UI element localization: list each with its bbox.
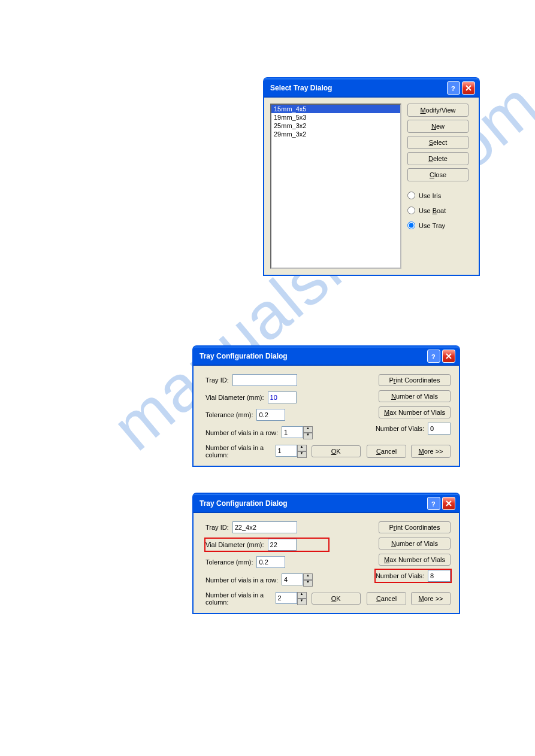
vials-row-input[interactable] [282, 426, 303, 438]
spin-up-icon[interactable]: ▲ [303, 573, 313, 580]
close-dialog-button[interactable]: Close [407, 168, 468, 181]
vials-row-label: Number of vials in a row: [205, 576, 278, 584]
vials-col-label: Number of vials in a column: [205, 591, 272, 606]
dialog-title: Tray Configuration Dialog [200, 499, 425, 508]
titlebar[interactable]: Tray Configuration Dialog ? [194, 347, 459, 366]
num-vials-label: Number of Vials: [376, 425, 424, 432]
close-button[interactable] [442, 497, 455, 510]
radio-label: Use Iris [419, 192, 441, 199]
more-button[interactable]: More >> [411, 445, 451, 458]
help-button[interactable]: ? [447, 81, 460, 95]
radio-label: Use Boat [419, 207, 446, 214]
svg-text:?: ? [451, 85, 455, 92]
radio-input[interactable] [407, 221, 415, 229]
vials-col-input[interactable] [276, 592, 297, 604]
num-vials-output [428, 423, 451, 435]
tray-id-label: Tray ID: [205, 524, 229, 531]
print-coordinates-button[interactable]: Print Coordinates [379, 374, 451, 386]
vials-row-input[interactable] [282, 573, 303, 585]
help-button[interactable]: ? [427, 497, 440, 510]
spin-down-icon[interactable]: ▼ [297, 599, 307, 605]
max-number-of-vials-button[interactable]: Max Number of Vials [379, 554, 451, 566]
vial-diameter-label: Vial Diameter (mm): [205, 394, 264, 401]
tray-id-field: Tray ID: [205, 374, 328, 386]
print-coordinates-button[interactable]: Print Coordinates [379, 521, 451, 533]
vials-col-field: Number of vials in a column: ▲ ▼ [205, 591, 307, 606]
tolerance-label: Tolerance (mm): [205, 411, 253, 418]
vial-diameter-input[interactable] [268, 539, 297, 551]
svg-text:?: ? [431, 353, 436, 360]
tray-id-input[interactable] [232, 374, 297, 386]
list-item[interactable]: 25mm_3x2 [271, 122, 400, 130]
close-button[interactable] [462, 81, 475, 95]
number-of-vials-readout: Number of Vials: [376, 570, 451, 582]
num-vials-output [428, 570, 451, 582]
tray-listbox[interactable]: 15mm_4x5 19mm_5x3 25mm_3x2 29mm_3x2 [270, 104, 401, 269]
tolerance-input[interactable] [256, 409, 285, 421]
tolerance-field: Tolerance (mm): [205, 556, 328, 568]
vials-row-field: Number of vials in a row: ▲ ▼ [205, 426, 328, 439]
ok-button[interactable]: OK [312, 445, 361, 457]
more-button[interactable]: More >> [411, 592, 451, 605]
new-button[interactable]: New [407, 120, 468, 133]
tray-id-input[interactable] [232, 521, 297, 533]
max-number-of-vials-button[interactable]: Max Number of Vials [379, 406, 451, 418]
spin-down-icon[interactable]: ▼ [303, 433, 313, 439]
tray-config-dialog-filled: Tray Configuration Dialog ? Tray ID: Via… [193, 493, 460, 614]
cancel-button[interactable]: Cancel [367, 592, 406, 605]
number-of-vials-button[interactable]: Number of Vials [379, 538, 451, 549]
tolerance-label: Tolerance (mm): [205, 558, 253, 566]
cancel-button[interactable]: Cancel [367, 445, 406, 458]
list-item[interactable]: 29mm_3x2 [271, 130, 400, 138]
radio-label: Use Tray [419, 222, 445, 229]
radio-input[interactable] [407, 207, 415, 214]
titlebar[interactable]: Tray Configuration Dialog ? [194, 494, 459, 513]
help-button[interactable]: ? [427, 350, 440, 363]
number-of-vials-readout: Number of Vials: [376, 423, 451, 435]
spin-down-icon[interactable]: ▼ [297, 451, 307, 458]
spin-up-icon[interactable]: ▲ [297, 592, 307, 599]
select-tray-dialog: Select Tray Dialog ? 15mm_4x5 19mm_5x3 2… [264, 78, 479, 275]
list-item[interactable]: 19mm_5x3 [271, 113, 400, 122]
radio-input[interactable] [407, 192, 415, 199]
tolerance-input[interactable] [256, 556, 285, 568]
tray-config-dialog: Tray Configuration Dialog ? Tray ID: Via… [193, 346, 460, 466]
tray-id-field: Tray ID: [205, 521, 328, 533]
vials-col-label: Number of vials in a column: [205, 444, 272, 459]
select-button[interactable]: Select [407, 136, 468, 149]
vial-diameter-input[interactable] [268, 391, 297, 403]
svg-text:?: ? [431, 500, 436, 507]
use-boat-radio[interactable]: Use Boat [407, 205, 468, 215]
dialog-title: Tray Configuration Dialog [200, 352, 425, 360]
modify-view-button[interactable]: Modify/View [407, 104, 468, 117]
titlebar[interactable]: Select Tray Dialog ? [264, 78, 479, 98]
spin-up-icon[interactable]: ▲ [297, 445, 307, 451]
vial-diameter-field: Vial Diameter (mm): [205, 391, 328, 403]
spin-down-icon[interactable]: ▼ [303, 580, 313, 587]
tray-id-label: Tray ID: [205, 377, 229, 384]
vials-col-field: Number of vials in a column: ▲ ▼ [205, 444, 307, 459]
use-tray-radio[interactable]: Use Tray [407, 220, 468, 230]
vial-diameter-field: Vial Diameter (mm): [205, 539, 328, 551]
use-iris-radio[interactable]: Use Iris [407, 190, 468, 201]
close-button[interactable] [442, 350, 455, 363]
vials-row-label: Number of vials in a row: [205, 429, 278, 436]
list-item[interactable]: 15mm_4x5 [271, 105, 400, 113]
spin-up-icon[interactable]: ▲ [303, 426, 313, 433]
ok-button[interactable]: OK [312, 593, 361, 605]
number-of-vials-button[interactable]: Number of Vials [379, 390, 451, 402]
delete-button[interactable]: Delete [407, 152, 468, 165]
dialog-title: Select Tray Dialog [270, 84, 445, 92]
vials-row-field: Number of vials in a row: ▲ ▼ [205, 573, 328, 587]
num-vials-label: Number of Vials: [376, 572, 424, 579]
vials-col-input[interactable] [276, 445, 297, 457]
tolerance-field: Tolerance (mm): [205, 409, 328, 421]
vial-diameter-label: Vial Diameter (mm): [205, 541, 264, 548]
